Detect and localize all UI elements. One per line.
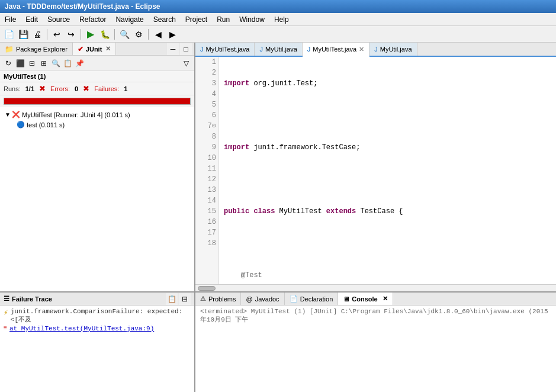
ln-16: 16 <box>198 217 216 227</box>
junit-icon: ✔ <box>78 45 83 53</box>
progress-bar <box>4 98 191 105</box>
left-panel: 📁 Package Explorer ✔ JUnit ✕ ─ □ ↻ ⬛ ⊟ ⊞ <box>0 43 195 291</box>
filter-btn[interactable]: 🔍 <box>50 57 62 69</box>
code-line-4 <box>224 174 551 185</box>
title-text: Java - TDDDemo/test/MyUtilTest.java - Ec… <box>5 2 160 11</box>
code-line-6 <box>224 238 551 249</box>
failure-warning-icon: ⚡ <box>4 308 8 317</box>
rerun-btn[interactable]: ↻ <box>2 57 14 69</box>
console-tab-declaration[interactable]: 📄 Declaration <box>285 293 339 305</box>
toolbar-search[interactable]: 🔍 <box>118 28 131 41</box>
view-menu-btn[interactable]: ▽ <box>180 57 192 69</box>
code-line-3: import junit.framework.TestCase; <box>224 142 551 153</box>
failure-link-1[interactable]: at MyUtilTest.test(MyUtilTest.java:9) <box>9 325 154 332</box>
code-line-2 <box>224 110 551 121</box>
history-btn[interactable]: 📋 <box>62 57 73 69</box>
console-tab-console[interactable]: 🖥 Console ✕ <box>338 293 393 305</box>
test-tree-child[interactable]: 🔵 test (0.011 s) <box>2 120 192 130</box>
menu-help[interactable]: Help <box>269 14 294 25</box>
ln-14: 14 <box>198 195 216 206</box>
editor-panel: J MyUtilTest.java J MyUtil.java J MyUtil… <box>195 43 556 291</box>
tab3-icon: J <box>374 46 378 53</box>
title-bar: Java - TDDDemo/test/MyUtilTest.java - Ec… <box>0 0 556 13</box>
tab-junit[interactable]: ✔ JUnit ✕ <box>73 43 117 55</box>
editor-scrollbar-h[interactable] <box>195 284 556 291</box>
tab3-label: MyUtil.java <box>380 46 412 53</box>
javadoc-icon: @ <box>246 295 252 303</box>
ln-2: 2 <box>198 68 216 78</box>
editor-tab-2[interactable]: J MyUtilTest.java ✕ <box>303 43 369 57</box>
errors-label: Errors: <box>50 85 70 92</box>
menu-project[interactable]: Project <box>181 14 212 25</box>
toolbar-sep-3 <box>114 29 115 40</box>
failure-filter-btn[interactable]: ⊟ <box>179 293 191 305</box>
expand-all-btn[interactable]: ⊞ <box>38 57 50 69</box>
failure-copy-btn[interactable]: 📋 <box>166 293 178 305</box>
line-numbers: 1 2 3 4 5 6 7⊙ 8 9 10 11 12 13 14 15 16 <box>195 57 219 284</box>
tab-package-explorer[interactable]: 📁 Package Explorer <box>0 43 73 55</box>
failure-content: ⚡ junit.framework.ComparisonFailure: exp… <box>0 306 194 392</box>
menu-window[interactable]: Window <box>234 14 269 25</box>
console-tabs: ⚠ Problems @ Javadoc 📄 Declaration 🖥 Con… <box>195 293 556 306</box>
panel-minimize-btn[interactable]: ─ <box>167 43 179 55</box>
test-tree: ▼ ❌ MyUtilTest [Runner: JUnit 4] (0.011 … <box>0 107 194 291</box>
toolbar-save[interactable]: 💾 <box>17 28 30 41</box>
toolbar-debug[interactable]: 🐛 <box>98 28 111 41</box>
ln-12: 12 <box>198 174 216 185</box>
menu-search[interactable]: Search <box>149 14 181 25</box>
toolbar-new[interactable]: 📄 <box>2 28 15 41</box>
menu-file[interactable]: File <box>0 14 21 25</box>
toolbar-settings[interactable]: ⚙ <box>132 28 145 41</box>
menu-refactor[interactable]: Refactor <box>75 14 111 25</box>
failure-stack-icon: ≡ <box>4 325 7 332</box>
tab2-close[interactable]: ✕ <box>359 46 364 53</box>
test-tree-root[interactable]: ▼ ❌ MyUtilTest [Runner: JUnit 4] (0.011 … <box>2 110 192 120</box>
collapse-all-btn[interactable]: ⊟ <box>26 57 38 69</box>
menu-run[interactable]: Run <box>212 14 234 25</box>
pin-btn[interactable]: 📌 <box>73 57 85 69</box>
main-layout: 📁 Package Explorer ✔ JUnit ✕ ─ □ ↻ ⬛ ⊟ ⊞ <box>0 43 556 392</box>
menu-source[interactable]: Source <box>43 14 75 25</box>
toolbar-print[interactable]: 🖨 <box>31 28 44 41</box>
menu-edit[interactable]: Edit <box>21 14 43 25</box>
panel-maximize-btn[interactable]: □ <box>180 43 192 55</box>
editor-tab-0[interactable]: J MyUtilTest.java <box>195 43 255 56</box>
code-area[interactable]: import org.junit.Test; import junit.fram… <box>219 57 556 284</box>
stop-btn[interactable]: ⬛ <box>14 57 26 69</box>
expand-arrow: ▼ <box>5 111 11 118</box>
ln-13: 13 <box>198 185 216 195</box>
editor-content: 1 2 3 4 5 6 7⊙ 8 9 10 11 12 13 14 15 16 <box>195 57 556 284</box>
toolbar-prev[interactable]: ◀ <box>152 28 165 41</box>
editor-tab-1[interactable]: J MyUtil.java <box>255 43 302 56</box>
failure-panel: ☰ Failure Trace 📋 ⊟ ⚡ junit.framework.Co… <box>0 293 195 392</box>
panel-toolbar: ↻ ⬛ ⊟ ⊞ 🔍 📋 📌 ▽ <box>0 56 194 71</box>
ln-17: 17 <box>198 227 216 238</box>
console-tab-javadoc[interactable]: @ Javadoc <box>241 293 284 305</box>
test-child-error-icon: 🔵 <box>17 121 25 128</box>
problems-icon: ⚠ <box>200 295 206 303</box>
tab1-icon: J <box>259 46 263 53</box>
ln-1: 1 <box>198 57 216 68</box>
toolbar-next[interactable]: ▶ <box>166 28 179 41</box>
toolbar-undo[interactable]: ↩ <box>50 28 63 41</box>
failure-line-1: ⚡ junit.framework.ComparisonFailure: exp… <box>4 308 191 324</box>
declaration-label: Declaration <box>300 295 333 303</box>
test-header-text: MyUtilTest (1) <box>4 73 46 80</box>
console-label: Console <box>352 295 377 303</box>
tab2-label: MyUtilTest.java <box>313 46 356 53</box>
console-panel: ⚠ Problems @ Javadoc 📄 Declaration 🖥 Con… <box>195 293 556 392</box>
menu-navigate[interactable]: Navigate <box>111 14 148 25</box>
scrollbar-thumb[interactable] <box>198 286 216 291</box>
test-error-icon: ❌ <box>12 111 20 118</box>
ln-7: 7⊙ <box>198 121 216 131</box>
toolbar-redo[interactable]: ↪ <box>65 28 78 41</box>
console-close[interactable]: ✕ <box>383 295 388 303</box>
console-tab-problems[interactable]: ⚠ Problems <box>195 293 241 305</box>
code-line-7: @Test <box>224 270 551 281</box>
runs-value: 1/1 <box>25 85 34 92</box>
toolbar-run[interactable]: ▶ <box>84 28 97 41</box>
junit-tab-close[interactable]: ✕ <box>105 45 111 53</box>
tab0-label: MyUtilTest.java <box>206 46 250 53</box>
test-stats: Runs: 1/1 ✖ Errors: 0 ✖ Failures: 1 <box>0 82 194 95</box>
editor-tab-3[interactable]: J MyUtil.java <box>369 43 417 56</box>
